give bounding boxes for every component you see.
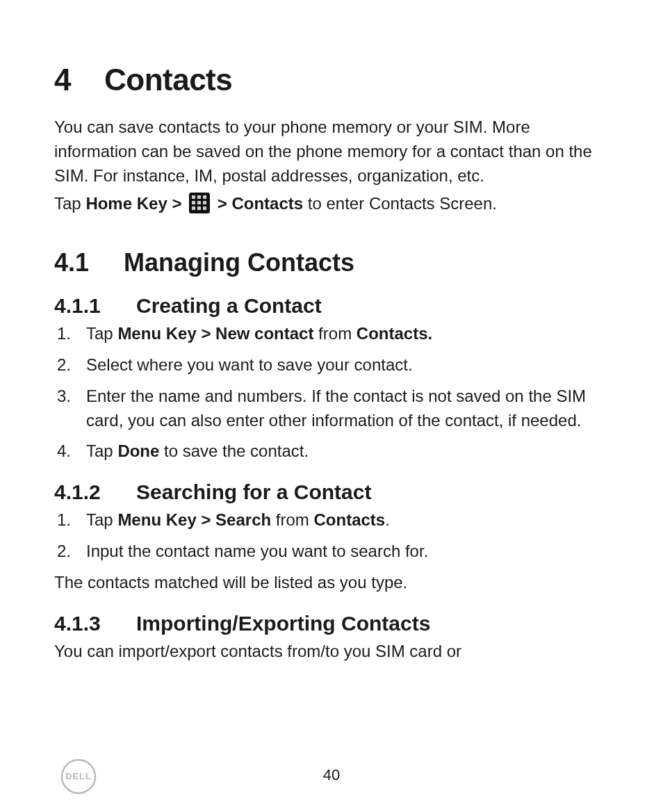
page-content: 4Contacts You can save contacts to your … — [0, 0, 663, 812]
text-run: Menu Key > Search — [117, 510, 271, 529]
apps-grid-icon — [189, 193, 210, 220]
svg-rect-9 — [203, 206, 206, 210]
tap-prefix: Tap — [54, 194, 85, 213]
subsection-4-1-3-number: 4.1.3 — [54, 612, 136, 635]
chapter-number: 4 — [54, 63, 104, 97]
text-run: Contacts. — [357, 324, 432, 343]
list-item: Tap Menu Key > Search from Contacts. — [54, 508, 609, 533]
svg-rect-4 — [192, 201, 195, 204]
subsection-4-1-2-heading: 4.1.2Searching for a Contact — [54, 480, 609, 504]
text-run: . — [385, 510, 390, 529]
section-4-1-heading: 4.1Managing Contacts — [54, 248, 609, 277]
contacts-label: Contacts — [231, 194, 303, 213]
list-item: Select where you want to save your conta… — [54, 353, 609, 377]
list-item: Tap Menu Key > New contact from Contacts… — [54, 322, 609, 346]
list-item: Enter the name and numbers. If the conta… — [54, 384, 609, 433]
text-run: Done — [117, 441, 159, 460]
section-4-1-title: Managing Contacts — [124, 248, 354, 277]
text-run: Menu Key > New contact — [117, 324, 313, 343]
list-item: Tap Done to save the contact. — [54, 439, 609, 464]
text-run: to save the contact. — [159, 441, 309, 460]
subsection-4-1-1-heading: 4.1.1Creating a Contact — [54, 294, 609, 318]
text-run: from — [271, 510, 313, 529]
text-run: Select where you want to save your conta… — [86, 355, 413, 374]
subsection-4-1-3-heading: 4.1.3Importing/Exporting Contacts — [54, 612, 609, 635]
subsection-4-1-1-title: Creating a Contact — [136, 294, 322, 317]
steps-4-1-1: Tap Menu Key > New contact from Contacts… — [54, 322, 609, 464]
subsection-4-1-1-number: 4.1.1 — [54, 294, 136, 318]
text-run: Tap — [86, 510, 117, 529]
subsection-4-1-3-title: Importing/Exporting Contacts — [136, 612, 430, 635]
text-run: Tap — [86, 324, 117, 343]
svg-rect-5 — [197, 201, 201, 204]
tap-instruction: Tap Home Key > > Contacts to enter Conta… — [54, 192, 609, 220]
svg-rect-2 — [197, 195, 201, 199]
svg-rect-7 — [192, 206, 195, 210]
home-key-label: Home Key > — [85, 194, 186, 213]
list-item: Input the contact name you want to searc… — [54, 539, 609, 564]
svg-rect-3 — [203, 195, 206, 199]
after-paragraph-4-1-2: The contacts matched will be listed as y… — [54, 571, 609, 595]
svg-rect-6 — [203, 201, 206, 204]
paragraph-4-1-3: You can import/export contacts from/to y… — [54, 640, 609, 664]
page-number: 40 — [0, 766, 663, 784]
intro-paragraph: You can save contacts to your phone memo… — [54, 115, 609, 188]
chapter-title: Contacts — [104, 63, 232, 97]
svg-text:DELL: DELL — [65, 771, 92, 781]
text-run: Contacts — [313, 510, 385, 529]
steps-4-1-2: Tap Menu Key > Search from Contacts.Inpu… — [54, 508, 609, 564]
svg-rect-8 — [197, 206, 201, 210]
page-footer: 40 DELL — [0, 758, 663, 799]
text-run: from — [313, 324, 356, 343]
subsection-4-1-2-number: 4.1.2 — [54, 480, 136, 504]
text-run: Input the contact name you want to searc… — [86, 542, 428, 560]
svg-rect-1 — [192, 195, 195, 199]
text-run: Enter the name and numbers. If the conta… — [86, 387, 586, 430]
tap-mid: > — [213, 194, 231, 213]
chapter-heading: 4Contacts — [54, 63, 609, 97]
subsection-4-1-2-title: Searching for a Contact — [136, 480, 371, 503]
section-4-1-number: 4.1 — [54, 248, 124, 277]
text-run: Tap — [86, 441, 117, 460]
dell-logo-icon: DELL — [60, 758, 97, 798]
tap-suffix: to enter Contacts Screen. — [303, 194, 497, 213]
